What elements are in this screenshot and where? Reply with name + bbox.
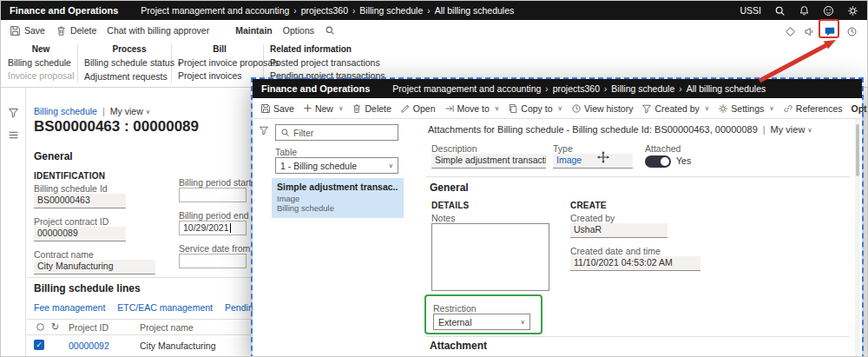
new-billing-schedule-button[interactable]: Billing schedule	[8, 56, 74, 69]
chat-with-billing-approver-button[interactable]: Chat with billing approver	[102, 20, 214, 41]
breadcrumb-item[interactable]: projects360	[301, 5, 348, 16]
settings-button[interactable]: Settings∨	[713, 103, 778, 114]
grid-col-project-name[interactable]: Project name	[140, 322, 194, 333]
power-apps-icon[interactable]	[785, 26, 796, 37]
type-field[interactable]: Image	[553, 154, 633, 169]
chevron-down-icon: ∨	[389, 162, 394, 169]
company-selector[interactable]: USSI	[740, 5, 761, 16]
save-icon	[10, 25, 21, 36]
save-button[interactable]: Save	[4, 20, 50, 41]
grid-col-project-id[interactable]: Project ID	[69, 322, 108, 333]
breadcrumb-separator-icon: ›	[545, 84, 548, 94]
new-invoice-proposal-button[interactable]: Invoice proposal	[8, 69, 74, 83]
save-button[interactable]: Save	[256, 103, 299, 114]
row-checkbox[interactable]: ✓	[34, 340, 44, 350]
move-to-button[interactable]: Move to∨	[440, 103, 504, 114]
general-section-header[interactable]: General	[430, 182, 469, 194]
tab-options[interactable]: Options	[847, 103, 868, 114]
view-history-button[interactable]: View history	[567, 103, 637, 114]
chevron-down-icon: ∨	[339, 104, 344, 112]
breadcrumb-separator-icon: ›	[352, 6, 355, 16]
content-header: Attachments for Billing schedule - Billi…	[428, 124, 812, 135]
created-by-filter-button[interactable]: Created by∨	[637, 103, 713, 114]
project-invoice-proposals-button[interactable]: Project invoice proposals	[178, 56, 261, 69]
copy-to-button[interactable]: Copy to∨	[503, 103, 567, 114]
billing-schedule-status-button[interactable]: Billing schedule status∨	[84, 56, 174, 70]
notes-textarea[interactable]	[431, 223, 549, 291]
attachment-item-title: Simple adjustment transac...	[277, 182, 398, 192]
tab-maintain[interactable]: Maintain	[230, 20, 278, 41]
scrollbar-thumb[interactable]	[856, 124, 859, 176]
contract-name-field[interactable]: City Manufacturing	[34, 260, 155, 274]
app-title[interactable]: Finance and Operations	[10, 5, 118, 16]
view-history-icon[interactable]	[846, 26, 858, 37]
filter-input[interactable]: Filter	[275, 124, 398, 141]
tab-list-menu-icon[interactable]	[8, 129, 19, 141]
grid-cell-project-id[interactable]: 00000092	[69, 340, 109, 351]
grid-row[interactable]: ✓ 00000092 City Manufacturing	[27, 335, 251, 357]
description-field[interactable]: Simple adjustment transactio...	[431, 154, 546, 169]
tab-etc-eac-management[interactable]: ETC/EAC management	[117, 302, 213, 313]
tab-options[interactable]: Options	[278, 20, 319, 41]
feedback-smiley-icon[interactable]	[823, 5, 834, 17]
settings-gear-icon[interactable]	[847, 5, 858, 17]
select-all-icon[interactable]	[36, 322, 45, 332]
breadcrumb-item[interactable]: All billing schedules	[435, 5, 515, 16]
filter-pane-funnel-icon[interactable]	[8, 107, 19, 118]
identification-group-header: IDENTIFICATION	[34, 171, 105, 181]
attachment-list-item[interactable]: Simple adjustment transac... Image Billi…	[272, 178, 404, 218]
lines-tab-strip: Fee management ETC/EAC management Pendin…	[34, 302, 276, 313]
attachment-section-header[interactable]: Attachment	[430, 340, 487, 352]
new-button[interactable]: New∨	[299, 103, 348, 114]
restriction-select[interactable]: External∨	[433, 314, 530, 330]
billing-schedule-id-label: Billing schedule Id	[34, 183, 108, 194]
section-general-header[interactable]: General	[34, 150, 73, 162]
breadcrumb-item[interactable]: Billing schedule	[359, 5, 423, 16]
chevron-down-icon: ∨	[769, 104, 774, 112]
lines-section-header[interactable]: Billing schedule lines	[34, 282, 141, 294]
create-group-header: CREATE	[570, 201, 607, 210]
breadcrumb-item[interactable]: Project management and accounting	[141, 5, 289, 16]
view-selector[interactable]: My view	[110, 106, 143, 116]
billing-period-end-field[interactable]: 10/29/2021	[179, 221, 247, 235]
move-cursor-icon	[596, 150, 610, 164]
view-selector[interactable]: My view	[771, 124, 806, 135]
adjustment-requests-button[interactable]: Adjustment requests	[84, 70, 174, 83]
open-button[interactable]: Open	[396, 103, 440, 114]
tab-fee-management[interactable]: Fee management	[34, 302, 105, 313]
app-title[interactable]: Finance and Operations	[261, 83, 370, 94]
refresh-icon[interactable]: ↻	[51, 321, 59, 333]
table-select[interactable]: 1 - Billing schedule∨	[275, 157, 398, 174]
messages-icon[interactable]	[824, 25, 836, 37]
project-contract-id-field[interactable]: 00000089	[34, 227, 126, 241]
form-caption-link[interactable]: Billing schedule	[34, 106, 97, 116]
created-by-field[interactable]: UshaR	[570, 223, 667, 238]
action-pane-search-icon[interactable]	[319, 20, 340, 41]
search-icon[interactable]	[774, 5, 786, 17]
breadcrumb-item[interactable]: projects360	[553, 83, 600, 94]
table-label: Table	[275, 147, 297, 157]
ribbon-group-process: Process Billing schedule status∨ Adjustm…	[84, 44, 174, 83]
attachment-item-type: Image	[277, 194, 398, 203]
posted-project-transactions-button[interactable]: Posted project transactions	[270, 56, 400, 69]
topbar-right: USSI	[740, 5, 858, 17]
breadcrumb-item[interactable]: Project management and accounting	[392, 83, 541, 94]
attached-toggle[interactable]	[645, 155, 671, 168]
billing-schedule-id-field[interactable]: BS00000463	[34, 194, 126, 208]
project-invoices-button[interactable]: Project invoices	[178, 69, 261, 83]
references-button[interactable]: References	[779, 103, 847, 114]
delete-button[interactable]: Delete	[50, 20, 102, 41]
copy-icon	[508, 103, 518, 114]
chevron-down-icon: ∨	[521, 318, 526, 326]
service-date-from-field[interactable]	[179, 254, 247, 268]
announcements-icon[interactable]	[804, 26, 815, 37]
billing-period-start-field[interactable]	[179, 188, 247, 202]
breadcrumb-item[interactable]: All billing schedules	[687, 83, 766, 94]
delete-button[interactable]: Delete	[347, 103, 395, 114]
bell-icon[interactable]	[799, 5, 810, 17]
breadcrumb-item[interactable]: Billing schedule	[611, 83, 674, 94]
ribbon-group-title: Bill	[178, 44, 261, 54]
filter-funnel-icon[interactable]	[259, 125, 269, 136]
created-datetime-field[interactable]: 11/10/2021 04:53:02 AM	[570, 256, 700, 271]
breadcrumb-separator-icon: ›	[604, 84, 607, 94]
